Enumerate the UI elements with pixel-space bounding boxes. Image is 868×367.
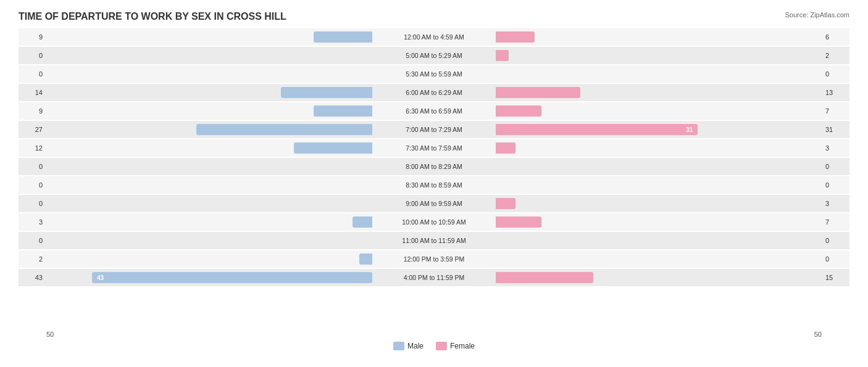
bars-container: 6:00 AM to 6:29 AM xyxy=(46,84,822,101)
chart-area: 912:00 AM to 4:59 AM605:00 AM to 5:29 AM… xyxy=(19,28,849,331)
female-bar xyxy=(496,31,535,43)
time-label: 8:30 AM to 8:59 AM xyxy=(372,181,496,189)
female-bar xyxy=(496,105,541,117)
male-value-label: 0 xyxy=(19,163,46,170)
bars-container: 6:30 AM to 6:59 AM xyxy=(46,102,822,120)
time-label: 12:00 PM to 3:59 PM xyxy=(372,255,496,263)
female-bar-area xyxy=(496,86,822,99)
male-bar-area xyxy=(46,197,372,210)
female-value-label: 0 xyxy=(822,163,849,170)
chart-row: 310:00 AM to 10:59 AM7 xyxy=(19,213,849,231)
male-bar-area xyxy=(46,49,372,62)
chart-container: TIME OF DEPARTURE TO WORK BY SEX IN CROS… xyxy=(0,0,868,367)
male-value-label: 0 xyxy=(19,52,46,59)
bars-container: 434:00 PM to 11:59 PM xyxy=(46,269,822,286)
female-bar-area xyxy=(496,271,822,284)
male-bar-area xyxy=(46,253,372,265)
male-value-label: 9 xyxy=(19,33,46,41)
male-bar xyxy=(359,254,372,265)
bars-container: 5:30 AM to 5:59 AM xyxy=(46,65,822,83)
female-value-label: 0 xyxy=(822,237,849,244)
female-value-label: 3 xyxy=(822,144,849,152)
time-label: 5:30 AM to 5:59 AM xyxy=(372,70,496,78)
bars-container: 10:00 AM to 10:59 AM xyxy=(46,213,822,231)
male-value-label: 9 xyxy=(19,107,46,115)
male-bar-area xyxy=(46,234,372,247)
chart-row: 05:00 AM to 5:29 AM2 xyxy=(19,47,849,64)
female-value-label: 0 xyxy=(822,255,849,263)
female-bar-area xyxy=(496,179,822,191)
time-label: 12:00 AM to 4:59 AM xyxy=(372,33,496,41)
female-bar-area xyxy=(496,49,822,62)
bars-container: 8:00 AM to 8:29 AM xyxy=(46,158,822,175)
time-label: 4:00 PM to 11:59 PM xyxy=(372,274,496,281)
chart-row: 277:00 AM to 7:29 AM3131 xyxy=(19,121,849,138)
chart-row: 212:00 PM to 3:59 PM0 xyxy=(19,250,849,268)
female-bar xyxy=(496,50,509,61)
time-label: 8:00 AM to 8:29 AM xyxy=(372,163,496,170)
female-value-label: 31 xyxy=(822,126,849,133)
male-value-label: 0 xyxy=(19,181,46,189)
female-bar-area xyxy=(496,253,822,265)
time-label: 5:00 AM to 5:29 AM xyxy=(372,52,496,59)
male-bar xyxy=(353,216,372,228)
time-label: 9:00 AM to 9:59 AM xyxy=(372,200,496,207)
female-value-label: 3 xyxy=(822,200,849,207)
female-value-label: 13 xyxy=(822,89,849,96)
bars-container: 8:30 AM to 8:59 AM xyxy=(46,176,822,194)
chart-row: 011:00 AM to 11:59 AM0 xyxy=(19,232,849,249)
female-bar: 31 xyxy=(496,124,698,135)
bars-container: 12:00 PM to 3:59 PM xyxy=(46,250,822,268)
chart-row: 09:00 AM to 9:59 AM3 xyxy=(19,195,849,212)
female-bar-area xyxy=(496,216,822,228)
male-value-label: 2 xyxy=(19,255,46,263)
male-bar xyxy=(314,105,372,117)
chart-row: 96:30 AM to 6:59 AM7 xyxy=(19,102,849,120)
axis-left: 50 xyxy=(46,331,54,338)
male-bar-area xyxy=(46,179,372,191)
male-value-label: 12 xyxy=(19,144,46,152)
male-bar-area xyxy=(46,105,372,117)
female-value-label: 15 xyxy=(822,274,849,281)
female-bar-area xyxy=(496,68,822,80)
legend-female-box xyxy=(436,342,447,350)
female-value-label: 7 xyxy=(822,107,849,115)
female-bar xyxy=(496,198,515,209)
time-label: 7:00 AM to 7:29 AM xyxy=(372,126,496,133)
bars-container: 11:00 AM to 11:59 AM xyxy=(46,232,822,249)
male-value-label: 3 xyxy=(19,218,46,226)
female-bar xyxy=(496,216,541,228)
bars-container: 7:30 AM to 7:59 AM xyxy=(46,139,822,157)
male-bar-area xyxy=(46,142,372,154)
time-label: 10:00 AM to 10:59 AM xyxy=(372,218,496,226)
bars-container: 7:00 AM to 7:29 AM31 xyxy=(46,121,822,138)
male-value-label: 43 xyxy=(19,274,46,281)
chart-row: 912:00 AM to 4:59 AM6 xyxy=(19,28,849,46)
female-bar-area xyxy=(496,160,822,173)
female-value-label: 7 xyxy=(822,218,849,226)
time-label: 11:00 AM to 11:59 AM xyxy=(372,237,496,244)
male-bar-area xyxy=(46,123,372,136)
male-bar xyxy=(281,87,372,98)
male-value-label: 0 xyxy=(19,200,46,207)
legend-female-label: Female xyxy=(450,342,475,350)
male-value-label: 0 xyxy=(19,237,46,244)
female-value-label: 0 xyxy=(822,70,849,78)
female-bar-area xyxy=(496,105,822,117)
female-bar-area xyxy=(496,142,822,154)
legend-male-label: Male xyxy=(407,342,424,350)
legend-female: Female xyxy=(436,342,475,350)
chart-title: TIME OF DEPARTURE TO WORK BY SEX IN CROS… xyxy=(19,11,849,22)
male-bar-area xyxy=(46,160,372,173)
axis-right: 50 xyxy=(814,331,822,338)
male-bar xyxy=(196,124,372,135)
time-label: 7:30 AM to 7:59 AM xyxy=(372,144,496,152)
female-value-label: 2 xyxy=(822,52,849,59)
female-bar xyxy=(496,272,593,283)
female-value-label: 6 xyxy=(822,33,849,41)
female-bar-area xyxy=(496,234,822,247)
bars-container: 9:00 AM to 9:59 AM xyxy=(46,195,822,212)
legend-area: Male Female xyxy=(19,342,849,350)
chart-row: 08:00 AM to 8:29 AM0 xyxy=(19,158,849,175)
male-bar-area: 43 xyxy=(46,271,372,284)
